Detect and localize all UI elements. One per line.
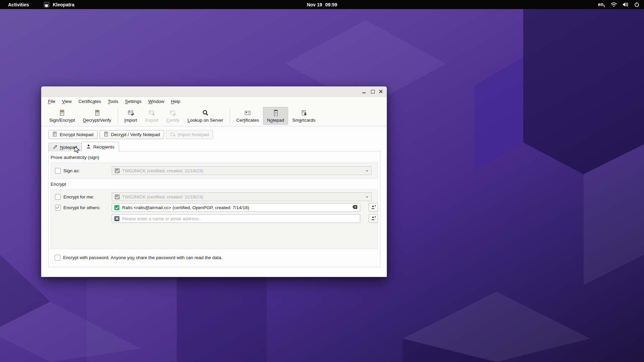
button-label: Encrypt Notepad (60, 132, 94, 137)
encrypt-section-heading: Encrypt (51, 182, 66, 187)
certified-gray-check-icon (115, 194, 120, 199)
notepad-tabbar: Notepad Recipients (48, 142, 119, 152)
export-icon (148, 109, 155, 117)
menu-help[interactable]: Help (168, 98, 184, 105)
encrypt-with-password-checkbox[interactable] (55, 255, 60, 260)
wifi-icon[interactable] (611, 2, 617, 7)
window-titlebar[interactable] (41, 86, 387, 97)
invalid-slate-x-icon (114, 216, 119, 221)
pencil-icon (53, 144, 58, 150)
encrypt-notepad-icon (52, 131, 57, 138)
menu-bar: File View Certificates Tools Settings Wi… (41, 97, 387, 106)
sign-as-label: Sign as: (63, 168, 80, 173)
close-button[interactable] (377, 86, 385, 97)
certify-icon (169, 109, 176, 117)
valid-green-check-icon (114, 205, 119, 210)
encrypt-for-me-combobox[interactable]: TWOJNICK (certified, created: 11/19/23) (112, 192, 372, 201)
encrypt-with-password-label: Encrypt with password. Anyone you share … (63, 255, 222, 260)
menu-certificates[interactable]: Certificates (75, 98, 105, 105)
keyboard-layout-indicator[interactable]: en1 (598, 2, 605, 8)
select-certificate-icon (371, 216, 376, 222)
mouse-cursor (74, 146, 81, 154)
focused-app-menu[interactable]: Kleopatra (44, 2, 74, 8)
sign-as-value: TWOJNICK (certified, created: 11/19/23) (122, 168, 203, 173)
import-notepad-button[interactable]: Import Notepad (166, 130, 213, 139)
chevron-down-icon (366, 170, 368, 172)
kleopatra-app-icon (44, 2, 50, 8)
select-certificate-button[interactable] (369, 203, 378, 212)
desktop: Activities Kleopatra Nov 19 09:59 en1 (0, 0, 644, 362)
toolbar-label: Notepad (267, 118, 284, 123)
toolbar-label: Sign/Encrypt (49, 118, 75, 123)
volume-icon[interactable] (623, 2, 629, 7)
encrypt-notepad-button[interactable]: Encrypt Notepad (48, 130, 98, 139)
sign-section-heading: Prove authenticity (sign) (51, 155, 99, 160)
encrypt-groupbox: Encrypt for me: TWOJNICK (certified, cre… (51, 189, 378, 249)
button-label: Decrypt / Verify Notepad (111, 132, 160, 137)
menu-file[interactable]: File (45, 98, 59, 105)
notepad-icon (272, 109, 279, 117)
new-recipient-input[interactable] (122, 216, 358, 221)
clear-text-icon[interactable] (352, 205, 358, 210)
clock-time: 09:59 (325, 2, 337, 7)
tab-label: Recipients (93, 144, 114, 149)
import-notepad-icon (170, 132, 175, 138)
toolbar-notepad[interactable]: Notepad (263, 107, 288, 125)
toolbar-label: Certificates (236, 118, 259, 123)
main-toolbar: Sign/Encrypt Decrypt/Verify Import Expor (41, 106, 387, 126)
toolbar-lookup-on-server[interactable]: Lookup on Server (183, 107, 227, 125)
clock-date: Nov 19 (307, 2, 322, 7)
toolbar-smartcards[interactable]: Smartcards (288, 107, 319, 125)
menu-window[interactable]: Window (145, 98, 168, 105)
sign-as-checkbox[interactable] (55, 168, 61, 174)
recipient-value: Ralts <ralts@airmail.cc> (certified, Ope… (122, 205, 350, 210)
encrypt-for-others-label: Encrypt for others: (63, 205, 100, 210)
toolbar-decrypt-verify[interactable]: Decrypt/Verify (79, 107, 115, 125)
menu-view[interactable]: View (59, 98, 75, 105)
toolbar-import[interactable]: Import (120, 107, 141, 125)
button-label: Import Notepad (178, 132, 209, 137)
decrypt-verify-notepad-button[interactable]: Decrypt / Verify Notepad (100, 130, 164, 139)
maximize-button[interactable] (369, 86, 377, 97)
import-icon (127, 109, 135, 117)
minimize-button[interactable] (360, 86, 368, 97)
encrypt-for-me-label: Encrypt for me: (63, 194, 94, 199)
toolbar-sign-encrypt[interactable]: Sign/Encrypt (45, 107, 79, 125)
decrypt-verify-icon (94, 109, 101, 117)
toolbar-certify[interactable]: Certify (162, 107, 183, 125)
minimize-icon (362, 93, 366, 93)
menu-tools[interactable]: Tools (104, 98, 122, 105)
clock-button[interactable]: Nov 19 09:59 (307, 2, 337, 7)
select-certificate-icon (371, 204, 376, 211)
toolbar-label: Import (124, 118, 137, 123)
sign-as-combobox[interactable]: TWOJNICK (certified, created: 11/19/23) (112, 166, 372, 175)
tab-recipients[interactable]: Recipients (82, 142, 119, 152)
system-status-area[interactable]: en1 (598, 2, 639, 8)
gnome-top-bar: Activities Kleopatra Nov 19 09:59 en1 (0, 0, 644, 9)
power-icon[interactable] (634, 2, 639, 7)
toolbar-certificates[interactable]: Certificates (232, 107, 263, 125)
chevron-down-icon (366, 196, 368, 198)
recipient-input-empty[interactable] (112, 214, 360, 223)
sign-encrypt-icon (58, 109, 66, 117)
toolbar-label: Decrypt/Verify (83, 118, 111, 123)
focused-app-name: Kleopatra (53, 2, 74, 7)
close-icon (379, 90, 383, 94)
toolbar-separator (230, 109, 230, 123)
menu-settings[interactable]: Settings (122, 98, 145, 105)
lookup-on-server-icon (202, 109, 209, 117)
sign-groupbox: Sign as: TWOJNICK (certified, created: 1… (51, 163, 378, 179)
encrypt-for-me-checkbox[interactable] (55, 194, 61, 200)
notepad-actions: Encrypt Notepad Decrypt / Verify Notepad… (48, 130, 213, 139)
encrypt-for-me-value: TWOJNICK (certified, created: 11/19/23) (122, 194, 203, 199)
select-certificate-button[interactable] (369, 214, 378, 223)
encrypt-with-password-row: Encrypt with password. Anyone you share … (55, 255, 222, 260)
encrypt-for-others-checkbox[interactable] (55, 205, 61, 210)
maximize-icon (371, 90, 375, 94)
recipient-input-filled[interactable]: Ralts <ralts@airmail.cc> (certified, Ope… (112, 203, 360, 212)
toolbar-label: Certify (166, 118, 179, 123)
certificates-icon (244, 109, 251, 117)
toolbar-export[interactable]: Export (141, 107, 162, 125)
toolbar-label: Export (145, 118, 158, 123)
activities-button[interactable]: Activities (8, 2, 29, 7)
